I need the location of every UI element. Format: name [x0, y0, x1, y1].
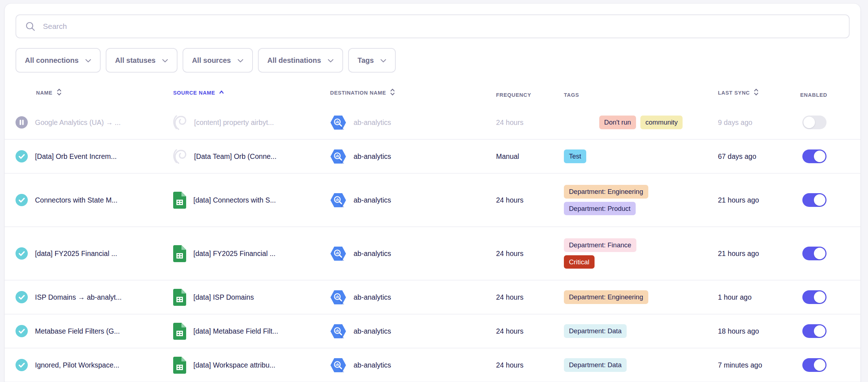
check-status-icon [16, 291, 28, 303]
tags-cell: Department: FinanceCritical [564, 231, 718, 275]
tag-community: community [640, 116, 683, 129]
table-row[interactable]: Ignored, Pilot Workspace...[data] Worksp… [5, 348, 860, 382]
table-row[interactable]: Connectors with State M...[data] Connect… [5, 174, 860, 227]
toggle-knob [814, 359, 825, 371]
last-sync-value: 9 days ago [718, 118, 752, 126]
enabled-cell [800, 324, 850, 338]
connection-name-cell: ISP Domains → ab-analyt... [16, 291, 173, 303]
tags-cell: Test [564, 142, 718, 170]
column-header-label: TAGS [564, 92, 579, 98]
google-sheets-icon [173, 289, 186, 306]
check-status-icon [16, 194, 28, 206]
frequency-cell: Manual [496, 152, 564, 161]
destination-cell: ab-analytics [330, 290, 496, 305]
filter-bar: All connectionsAll statusesAll sourcesAl… [16, 48, 850, 73]
table-row[interactable]: [Data] Orb Event Increm...[Data Team] Or… [5, 140, 860, 174]
enabled-toggle[interactable] [802, 290, 827, 304]
tag-don-t-run: Don't run [599, 116, 636, 129]
check-status-icon [16, 247, 28, 260]
table-row[interactable]: Metabase Field Filters (G...[data] Metab… [5, 314, 860, 348]
google-sheets-icon [173, 245, 186, 262]
filter-all-connections[interactable]: All connections [16, 48, 101, 73]
enabled-cell [800, 358, 850, 372]
enabled-toggle[interactable] [802, 149, 827, 163]
tags-cell: Department: EngineeringDepartment: Produ… [564, 178, 718, 222]
connection-name: Google Analytics (UA) → ... [35, 118, 120, 127]
check-status-icon [16, 150, 28, 162]
last-sync-value: 7 minutes ago [718, 361, 762, 369]
source-name: [data] ISP Domains [193, 293, 254, 301]
source-cell: [data] ISP Domains [173, 289, 330, 306]
check-status-icon [16, 359, 28, 371]
table-row[interactable]: [data] FY2025 Financial ...[data] FY2025… [5, 227, 860, 281]
pause-status-icon [16, 116, 28, 129]
toggle-knob [814, 325, 825, 337]
enabled-toggle[interactable] [802, 116, 827, 129]
frequency-value: 24 hours [496, 293, 523, 301]
last-sync-cell: 21 hours ago [718, 249, 800, 258]
tags-cell: Department: Engineering [564, 283, 718, 311]
chevron-down-icon [85, 56, 91, 65]
toggle-knob [814, 248, 825, 259]
last-sync-value: 67 days ago [718, 152, 756, 160]
last-sync-cell: 9 days ago [718, 118, 800, 127]
source-cell: [data] Workspace attribu... [173, 357, 330, 374]
tag-department-engineering: Department: Engineering [564, 185, 648, 198]
table-row[interactable]: Google Analytics (UA) → ...[content] pro… [5, 106, 860, 140]
filter-label: All sources [192, 56, 231, 65]
source-name: [data] Connectors with S... [193, 196, 276, 204]
bigquery-icon [330, 324, 346, 339]
enabled-cell [800, 116, 850, 129]
search-input[interactable] [42, 22, 840, 31]
filter-all-sources[interactable]: All sources [183, 48, 253, 73]
frequency-cell: 24 hours [496, 293, 564, 301]
orb-source-icon [173, 148, 187, 164]
filter-all-statuses[interactable]: All statuses [106, 48, 177, 73]
orb-source-icon [173, 114, 187, 130]
tags-cell: Department: Data [564, 317, 718, 345]
connection-name-cell: Ignored, Pilot Workspace... [16, 359, 173, 371]
tag-critical: Critical [564, 255, 595, 269]
frequency-cell: 24 hours [496, 249, 564, 258]
destination-cell: ab-analytics [330, 246, 496, 261]
frequency-value: 24 hours [496, 196, 523, 204]
last-sync-value: 18 hours ago [718, 327, 759, 335]
column-header-source-name[interactable]: SOURCE NAME [173, 88, 330, 98]
source-name: [data] Workspace attribu... [193, 361, 275, 369]
tag-department-engineering: Department: Engineering [564, 290, 648, 304]
connections-panel: All connectionsAll statusesAll sourcesAl… [5, 4, 860, 382]
frequency-cell: 24 hours [496, 196, 564, 204]
filter-all-destinations[interactable]: All destinations [258, 48, 343, 73]
connection-name: Metabase Field Filters (G... [35, 327, 120, 335]
column-header-enabled: ENABLED [800, 92, 850, 98]
enabled-toggle[interactable] [802, 358, 827, 372]
tag-department-data: Department: Data [564, 358, 627, 372]
sort-ascending-icon [219, 88, 224, 98]
enabled-toggle[interactable] [802, 247, 827, 260]
destination-name: ab-analytics [354, 152, 391, 161]
bigquery-icon [330, 358, 346, 373]
enabled-toggle[interactable] [802, 324, 827, 338]
google-sheets-icon [173, 357, 186, 374]
last-sync-value: 21 hours ago [718, 196, 759, 204]
chevron-down-icon [237, 56, 244, 65]
connection-name-cell: Metabase Field Filters (G... [16, 325, 173, 337]
destination-name: ab-analytics [354, 327, 391, 335]
connection-name: Connectors with State M... [35, 196, 118, 204]
destination-name: ab-analytics [354, 118, 391, 127]
google-sheets-icon [173, 192, 186, 209]
destination-cell: ab-analytics [330, 149, 496, 164]
frequency-value: 24 hours [496, 327, 523, 335]
search-bar [16, 14, 850, 38]
sort-updown-icon [56, 88, 62, 98]
enabled-toggle[interactable] [802, 193, 827, 207]
filter-tags[interactable]: Tags [348, 48, 396, 73]
column-header-name[interactable]: NAME [16, 88, 173, 98]
table-row[interactable]: ISP Domains → ab-analyt...[data] ISP Dom… [5, 281, 860, 314]
connection-name-cell: [data] FY2025 Financial ... [16, 247, 173, 260]
bigquery-icon [330, 290, 346, 305]
toggle-knob [803, 117, 815, 128]
column-header-destination-name[interactable]: DESTINATION NAME [330, 88, 496, 98]
column-header-last-sync[interactable]: LAST SYNC [718, 88, 800, 98]
source-cell: [data] FY2025 Financial ... [173, 245, 330, 262]
